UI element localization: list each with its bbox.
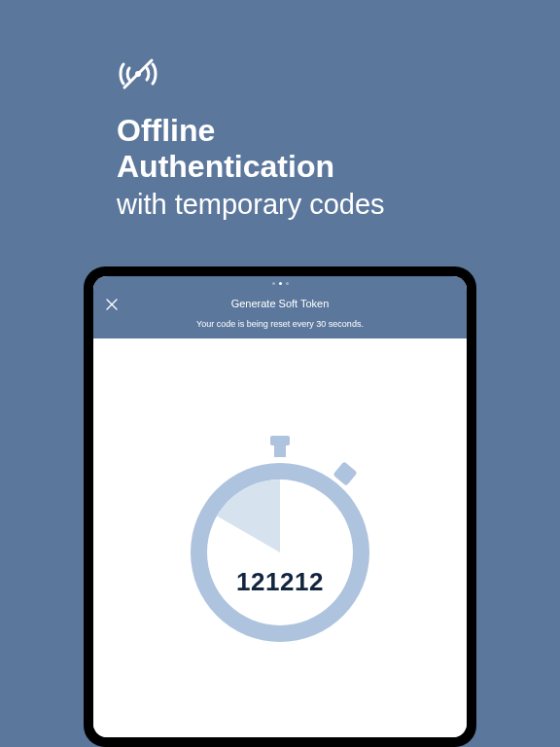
tablet-frame: Generate Soft Token Your code is being r… (84, 267, 476, 747)
status-bar (93, 276, 467, 290)
close-icon[interactable] (105, 298, 119, 311)
stopwatch-graphic: 121212 (183, 436, 377, 650)
svg-rect-6 (332, 461, 357, 485)
offline-signal-icon (117, 54, 385, 97)
tablet-screen: Generate Soft Token Your code is being r… (93, 276, 467, 737)
token-code: 121212 (236, 567, 324, 597)
hero-title-line1: Offline (117, 113, 385, 149)
svg-rect-5 (274, 445, 286, 457)
app-header: Generate Soft Token Your code is being r… (93, 290, 467, 338)
app-title: Generate Soft Token (93, 298, 467, 309)
hero-title-line2: Authentication (117, 149, 385, 185)
svg-rect-4 (270, 436, 290, 445)
app-subtitle: Your code is being reset every 30 second… (93, 319, 467, 329)
hero-block: Offline Authentication with temporary co… (117, 54, 385, 222)
hero-subtitle: with temporary codes (117, 187, 385, 222)
app-body: 121212 (93, 338, 467, 737)
